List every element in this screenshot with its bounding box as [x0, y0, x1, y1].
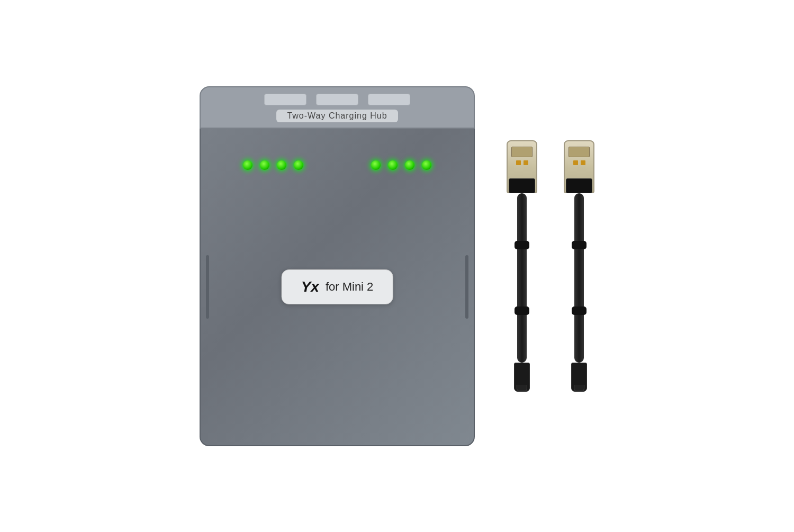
hub-brand-label: Yx for Mini 2 — [282, 269, 393, 304]
led-left-1 — [243, 160, 252, 170]
micro-usb-port-2 — [574, 385, 584, 391]
cable-wire-2 — [574, 193, 584, 363]
usb-a-pins-1 — [516, 160, 528, 165]
usb-a-housing-1 — [509, 178, 535, 193]
hub-slot-3 — [368, 94, 410, 105]
usb-cable-1 — [507, 140, 537, 392]
led-right-3 — [405, 160, 414, 170]
led-left-3 — [277, 160, 286, 170]
model-label: for Mini 2 — [326, 280, 373, 294]
hub-slot-1 — [264, 94, 306, 105]
micro-usb-port-1 — [517, 385, 527, 391]
charging-hub: Two-Way Charging Hub Yx for Mini 2 — [200, 86, 475, 446]
product-scene: Two-Way Charging Hub Yx for Mini 2 — [0, 0, 794, 532]
usb-a-pins-2 — [573, 160, 585, 165]
hub-top-label: Two-Way Charging Hub — [276, 110, 398, 122]
led-row-left — [243, 160, 303, 170]
micro-usb-connector-1 — [514, 363, 530, 392]
cable-band-2a — [572, 241, 587, 249]
usb-a-housing-2 — [566, 178, 592, 193]
hub-body: Yx for Mini 2 — [200, 129, 475, 446]
pin-3 — [573, 160, 578, 165]
side-groove-left — [206, 255, 209, 319]
brand-logo: Yx — [301, 278, 319, 295]
led-row-right — [371, 160, 431, 170]
cable-band-1a — [515, 241, 529, 249]
pin-4 — [581, 160, 585, 165]
usb-a-connector-1 — [507, 140, 537, 193]
hub-slot-2 — [316, 94, 358, 105]
usb-a-port-2 — [569, 147, 590, 157]
led-right-4 — [422, 160, 431, 170]
pin-1 — [516, 160, 521, 165]
led-right-1 — [371, 160, 381, 170]
side-groove-right — [465, 255, 468, 319]
hub-slots — [264, 94, 410, 105]
usb-a-port-1 — [511, 147, 533, 157]
usb-cable-2 — [564, 140, 594, 392]
cable-wire-1 — [517, 193, 527, 363]
led-left-4 — [294, 160, 303, 170]
pin-2 — [524, 160, 528, 165]
hub-top: Two-Way Charging Hub — [200, 86, 475, 129]
led-right-2 — [388, 160, 398, 170]
usb-cables — [507, 140, 594, 392]
cable-band-2b — [572, 306, 587, 315]
cable-band-1b — [515, 306, 529, 315]
micro-usb-connector-2 — [571, 363, 587, 392]
micro-usb-body-2 — [571, 363, 587, 392]
usb-a-connector-2 — [564, 140, 594, 193]
led-left-2 — [260, 160, 269, 170]
micro-usb-body-1 — [514, 363, 530, 392]
